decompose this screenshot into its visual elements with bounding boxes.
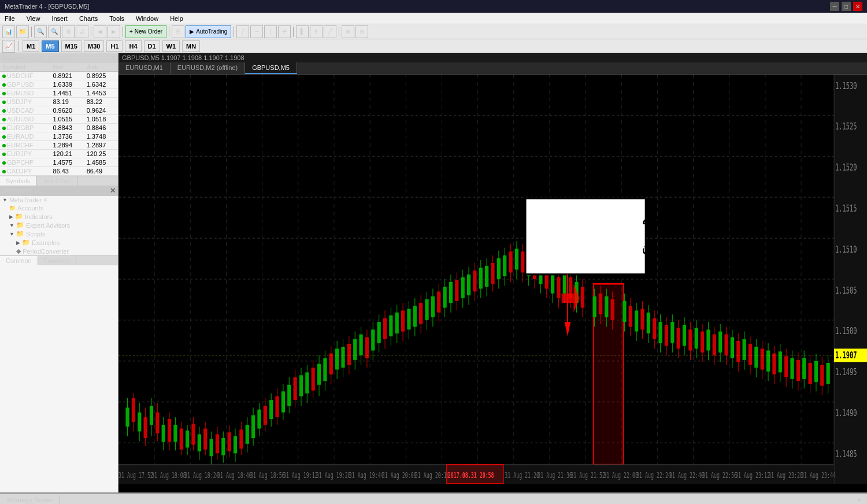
back-button[interactable]: ◀ <box>94 25 106 38</box>
tab-common[interactable]: Common <box>0 256 38 265</box>
crosshair-button[interactable]: ✛ <box>278 25 291 38</box>
forward-button[interactable]: ▶ <box>108 25 120 38</box>
menu-insert[interactable]: Insert <box>49 15 70 22</box>
market-watch-row[interactable]: EURUSD 1.4451 1.4453 <box>0 89 118 98</box>
tf-h4-button[interactable]: H4 <box>125 40 141 52</box>
line-chart-button[interactable]: ╱ <box>324 25 336 38</box>
mw-cell-symbol: GBPUSD <box>0 80 50 89</box>
chart-canvas[interactable]: 1.1530 1.1525 1.1520 1.1515 1.1510 1.150… <box>118 75 867 484</box>
new-order-button[interactable]: + New Order <box>125 25 166 38</box>
mw-col-bid: Bid <box>50 63 84 72</box>
hline-button[interactable]: ─ <box>250 25 263 38</box>
svg-rect-126 <box>413 306 417 327</box>
tab-tick-chart[interactable]: Tick Chart <box>36 176 77 186</box>
new-order-label: New Order <box>135 28 162 35</box>
zoom-in-button[interactable]: 🔍 <box>34 25 47 38</box>
tf-h1-button[interactable]: H1 <box>106 40 123 52</box>
menu-file[interactable]: File <box>2 15 17 22</box>
svg-rect-56 <box>203 429 207 450</box>
market-watch-row[interactable]: EURGBP 0.8843 0.8846 <box>0 124 118 132</box>
chart-tab-eurusd-m1[interactable]: EURUSD,M1 <box>118 62 171 74</box>
svg-rect-128 <box>419 303 423 324</box>
open-button[interactable]: 📁 <box>16 25 29 38</box>
svg-rect-251 <box>796 360 800 381</box>
expert-button[interactable]: E <box>172 25 184 38</box>
svg-rect-86 <box>294 377 297 401</box>
chart-tab-gbpusd-m5[interactable]: GBPUSD,M5 <box>245 62 297 74</box>
tf-mn-button[interactable]: MN <box>182 40 200 52</box>
svg-rect-172 <box>551 272 554 293</box>
market-watch-row[interactable]: EURCHF 1.2894 1.2897 <box>0 141 118 150</box>
tf-m15-button[interactable]: M15 <box>61 40 81 52</box>
market-watch-row[interactable]: CADJPY 86.43 86.49 <box>0 167 118 176</box>
svg-rect-261 <box>827 363 830 384</box>
zoom-plus-button[interactable]: ⊕ <box>342 25 354 38</box>
market-watch-row[interactable]: EURAUD 1.3736 1.3748 <box>0 132 118 141</box>
candle-chart-button[interactable]: 🕯 <box>310 25 323 38</box>
chart-tabs: EURUSD,M1 EURUSD,M2 (offline) GBPUSD,M5 <box>118 62 867 75</box>
mw-col-ask: Ask <box>84 63 118 72</box>
tf-m5-button[interactable]: M5 <box>42 40 58 52</box>
nav-item-expert-advisors[interactable]: ▼ 📁 Expert Advisors <box>0 221 118 229</box>
svg-rect-102 <box>341 347 344 368</box>
tf-w1-button[interactable]: W1 <box>162 40 180 52</box>
nav-item-scripts[interactable]: ▼ 📁 Scripts <box>0 229 118 238</box>
menu-tools[interactable]: Tools <box>107 15 127 22</box>
market-watch-row[interactable]: USDCHF 0.8921 0.8925 <box>0 72 118 80</box>
mw-cell-ask: 83.22 <box>84 98 118 106</box>
svg-rect-66 <box>234 436 237 454</box>
tab-symbols[interactable]: Symbols <box>0 176 36 186</box>
chart-tab-eurusd-m2[interactable]: EURUSD,M2 (offline) <box>171 62 245 74</box>
market-watch-row[interactable]: GBPUSD 1.6339 1.6342 <box>0 80 118 89</box>
st-collapse-button[interactable]: ▼ <box>854 496 865 503</box>
svg-rect-50 <box>186 431 189 448</box>
bar-chart-button[interactable]: ▌ <box>296 25 309 38</box>
zoom-out-button[interactable]: 🔍 <box>48 25 61 38</box>
tf-d1-button[interactable]: D1 <box>144 40 160 52</box>
market-watch-row[interactable]: USDJPY 83.19 83.22 <box>0 98 118 106</box>
svg-rect-237 <box>754 347 758 368</box>
zoom-minus-button[interactable]: ⊖ <box>355 25 368 38</box>
svg-rect-255 <box>808 363 812 384</box>
properties-button[interactable]: ⚙ <box>62 25 75 38</box>
svg-text:31 Aug 22:24: 31 Aug 22:24 <box>636 471 671 480</box>
nav-item-metatrader4[interactable]: ▼ MetaTrader 4 <box>0 196 118 204</box>
nav-item-examples[interactable]: ▶ 📁 Examples <box>0 238 118 247</box>
nav-item-indicators[interactable]: ▶ 📁 Indicators <box>0 212 118 221</box>
market-watch: Market Watch: 16:24:53 ✕ Symbol Bid Ask … <box>0 53 118 186</box>
nav-item-period-converter[interactable]: ◆ PeriodConverter <box>0 247 118 255</box>
toolbar-separator-5 <box>234 27 234 37</box>
market-watch-close[interactable]: ✕ <box>110 54 116 62</box>
svg-text:31 Aug 20:00: 31 Aug 20:00 <box>382 471 417 480</box>
print-button[interactable]: 🖨 <box>76 25 88 38</box>
market-watch-row[interactable]: USDCAD 0.9620 0.9624 <box>0 106 118 115</box>
minimize-button[interactable]: ─ <box>830 2 839 11</box>
svg-text:1.1520: 1.1520 <box>835 162 857 173</box>
market-watch-row[interactable]: AUDUSD 1.0515 1.0518 <box>0 115 118 124</box>
mw-cell-bid: 1.2894 <box>50 141 84 150</box>
svg-text:31 Aug 23:28: 31 Aug 23:28 <box>768 471 803 480</box>
market-watch-row[interactable]: GBPCHF 1.4575 1.4585 <box>0 158 118 167</box>
nav-item-accounts[interactable]: 📁 Accounts <box>0 204 118 212</box>
menu-view[interactable]: View <box>24 15 43 22</box>
vline-button[interactable]: │ <box>264 25 277 38</box>
nav-label-examples: Examples <box>32 239 60 246</box>
menu-help[interactable]: Help <box>168 15 186 22</box>
tab-favorites[interactable]: Favorites <box>38 256 76 265</box>
menu-charts[interactable]: Charts <box>77 15 100 22</box>
svg-text:1.1530: 1.1530 <box>835 80 857 91</box>
autotrading-button[interactable]: ▶ AutoTrading <box>186 25 231 38</box>
svg-rect-195 <box>629 306 632 327</box>
navigator-close[interactable]: ✕ <box>110 187 116 195</box>
new-chart-button[interactable]: 📊 <box>2 25 15 38</box>
menu-window[interactable]: Window <box>134 15 161 22</box>
tf-m30-button[interactable]: M30 <box>84 40 104 52</box>
market-watch-body: USDCHF 0.8921 0.8925 GBPUSD 1.6339 1.634… <box>0 72 118 176</box>
line-button[interactable]: ╱ <box>236 25 249 38</box>
indicator-toolbar-btn[interactable]: 📈 <box>2 40 15 53</box>
market-watch-row[interactable]: EURJPY 120.21 120.25 <box>0 150 118 158</box>
tf-m1-button[interactable]: M1 <box>23 40 39 52</box>
close-button[interactable]: ✕ <box>853 2 862 11</box>
maximize-button[interactable]: □ <box>842 2 851 11</box>
svg-rect-142 <box>461 277 465 298</box>
